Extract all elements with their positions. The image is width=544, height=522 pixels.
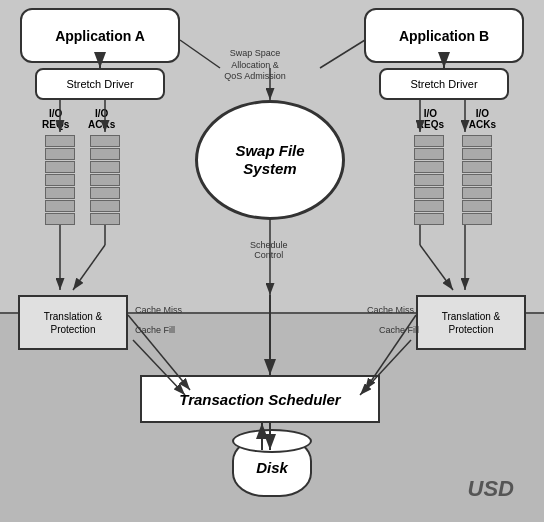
- transaction-scheduler-label: Transaction Scheduler: [179, 391, 340, 408]
- io-reqs-a-label: I/OREQs: [42, 108, 69, 130]
- io-acks-a-label: I/OACKs: [88, 108, 115, 130]
- translation-b-box: Translation & Protection: [416, 295, 526, 350]
- svg-line-24: [320, 40, 365, 68]
- translation-a-box: Translation & Protection: [18, 295, 128, 350]
- queue-stack-b-left: [414, 135, 444, 225]
- cache-miss-right-label: Cache Miss: [367, 305, 414, 315]
- swap-space-label: Swap Space Allocation & QoS Admission: [195, 48, 315, 83]
- transaction-scheduler-box: Transaction Scheduler: [140, 375, 380, 423]
- queue-stack-a-left: [45, 135, 75, 225]
- schedule-control-label: Schedule Control: [250, 240, 288, 260]
- disk-label: Disk: [256, 459, 288, 476]
- application-b-label: Application B: [399, 28, 489, 44]
- cache-fill-right-label: Cache Fill: [379, 325, 419, 335]
- svg-line-10: [73, 245, 105, 290]
- stretch-driver-a-label: Stretch Driver: [66, 78, 133, 90]
- diagram-container: USD Application A Application B Stretch …: [0, 0, 544, 522]
- application-a-label: Application A: [55, 28, 145, 44]
- stretch-driver-b-label: Stretch Driver: [410, 78, 477, 90]
- disk-cylinder: Disk: [232, 437, 312, 497]
- swap-file-system-box: Swap File System: [195, 100, 345, 220]
- cache-fill-left-label: Cache Fill: [135, 325, 175, 335]
- cache-miss-left-label: Cache Miss: [135, 305, 182, 315]
- stretch-driver-b: Stretch Driver: [379, 68, 509, 100]
- queue-stack-b-right: [462, 135, 492, 225]
- disk-shape: Disk: [232, 437, 312, 497]
- io-reqs-b-label: I/OREQs: [417, 108, 444, 130]
- translation-b-label: Translation & Protection: [442, 310, 501, 336]
- translation-a-label: Translation & Protection: [44, 310, 103, 336]
- swap-file-system-label: Swap File System: [235, 142, 304, 178]
- io-acks-b-label: I/OACKs: [469, 108, 496, 130]
- application-b-box: Application B: [364, 8, 524, 63]
- svg-line-12: [420, 245, 453, 290]
- usd-label: USD: [468, 476, 514, 502]
- queue-stack-a-right: [90, 135, 120, 225]
- application-a-box: Application A: [20, 8, 180, 63]
- stretch-driver-a: Stretch Driver: [35, 68, 165, 100]
